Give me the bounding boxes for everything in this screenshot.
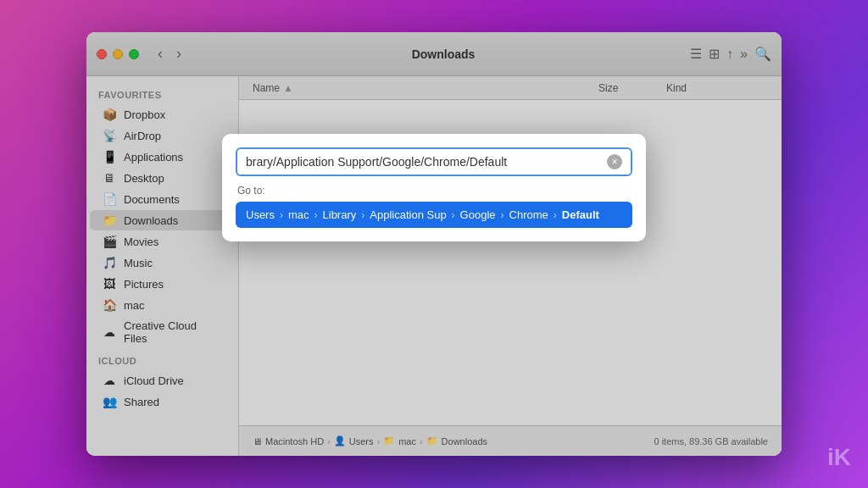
finder-window: ‹ › Downloads ☰ ⊞ ↑ » 🔍 Favourites 📦 Dro…	[86, 32, 782, 456]
path-part-app-support: Application Sup	[370, 208, 446, 221]
path-arrow-1: ›	[280, 209, 283, 221]
goto-label: Go to:	[236, 185, 632, 197]
path-part-library: Library	[323, 208, 357, 221]
path-part-users: Users	[246, 208, 275, 221]
goto-input-row: ×	[236, 147, 632, 176]
goto-clear-button[interactable]: ×	[607, 154, 622, 169]
path-part-google: Google	[460, 208, 496, 221]
path-arrow-4: ›	[452, 209, 455, 221]
modal-backdrop: × Go to: Users › mac › Library › Applica…	[86, 32, 782, 456]
goto-dialog: × Go to: Users › mac › Library › Applica…	[222, 134, 646, 241]
path-part-default: Default	[562, 208, 599, 221]
path-arrow-6: ›	[554, 209, 557, 221]
path-part-mac: mac	[288, 208, 309, 221]
watermark: iK	[827, 444, 851, 471]
goto-path-input[interactable]	[246, 155, 607, 169]
path-part-chrome: Chrome	[509, 208, 548, 221]
path-arrow-3: ›	[361, 209, 364, 221]
goto-suggestion[interactable]: Users › mac › Library › Application Sup …	[236, 202, 632, 228]
path-arrow-5: ›	[501, 209, 504, 221]
path-arrow-2: ›	[314, 209, 318, 221]
